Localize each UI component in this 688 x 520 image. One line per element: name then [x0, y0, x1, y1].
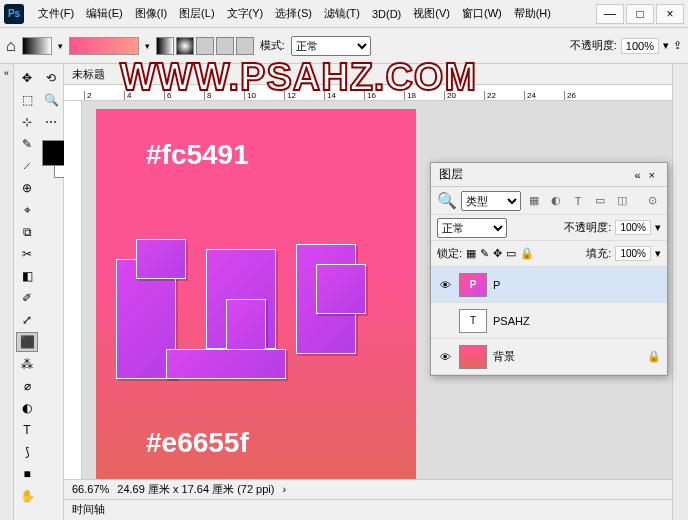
- home-icon[interactable]: ⌂: [6, 37, 16, 55]
- layer-thumbnail[interactable]: T: [459, 309, 487, 333]
- tool-move[interactable]: ✥: [16, 68, 38, 88]
- menu-layer[interactable]: 图层(L): [173, 6, 220, 21]
- radial-gradient-icon[interactable]: [176, 37, 194, 55]
- doc-dimensions: 24.69 厘米 x 17.64 厘米 (72 ppi): [117, 482, 274, 497]
- lock-label: 锁定:: [437, 246, 462, 261]
- linear-gradient-icon[interactable]: [156, 37, 174, 55]
- canvas-artwork: #fc5491 #e6655f: [96, 109, 416, 479]
- close-button[interactable]: ×: [656, 4, 684, 24]
- menu-type[interactable]: 文字(Y): [221, 6, 270, 21]
- layer-thumbnail[interactable]: [459, 345, 487, 369]
- filter-toggle-icon[interactable]: ⊙: [643, 192, 661, 210]
- vertical-ruler: [64, 101, 82, 479]
- menu-3d[interactable]: 3D(D): [366, 8, 407, 20]
- lock-move-icon[interactable]: ✥: [493, 247, 502, 260]
- timeline-tab[interactable]: 时间轴: [64, 499, 672, 520]
- menu-filter[interactable]: 滤镜(T): [318, 6, 366, 21]
- tool-type[interactable]: T: [16, 420, 38, 440]
- visibility-toggle-icon[interactable]: 👁: [437, 351, 453, 363]
- fill-value[interactable]: 100%: [615, 246, 651, 261]
- filter-smart-icon[interactable]: ◫: [613, 192, 631, 210]
- reflected-gradient-icon[interactable]: [216, 37, 234, 55]
- tool-rect[interactable]: ■: [16, 464, 38, 484]
- ps-app-icon: Ps: [4, 4, 24, 24]
- right-collapse-strip[interactable]: [672, 64, 688, 520]
- opacity-label: 不透明度:: [570, 38, 617, 53]
- filter-type-icon[interactable]: T: [569, 192, 587, 210]
- layer-row[interactable]: 👁 背景 🔒: [431, 339, 667, 375]
- layer-row[interactable]: T PSAHZ: [431, 303, 667, 339]
- menu-select[interactable]: 选择(S): [269, 6, 318, 21]
- angle-gradient-icon[interactable]: [196, 37, 214, 55]
- tool-frame[interactable]: ⊕: [16, 178, 38, 198]
- maximize-button[interactable]: □: [626, 4, 654, 24]
- lock-icon: 🔒: [647, 350, 661, 363]
- layer-opacity-label: 不透明度:: [564, 220, 611, 235]
- search-icon[interactable]: 🔍: [437, 191, 457, 210]
- layer-name[interactable]: PSAHZ: [493, 315, 530, 327]
- menu-window[interactable]: 窗口(W): [456, 6, 508, 21]
- tool-hand[interactable]: ✋: [16, 486, 38, 506]
- menu-edit[interactable]: 编辑(E): [80, 6, 129, 21]
- toolbox: ✥ ⬚ ⊹ ✎ ⟋ ⊕ ⌖ ⧉ ✂ ◧ ✐ ⤢ ⬛ ⁂ ⌀ ◐ T ⟆ ■ ✋ …: [14, 64, 64, 520]
- tool-brush[interactable]: ✂: [16, 244, 38, 264]
- gradient-preview[interactable]: [69, 37, 139, 55]
- chevron-down-icon[interactable]: ▾: [663, 39, 669, 52]
- filter-adjust-icon[interactable]: ◐: [547, 192, 565, 210]
- diamond-gradient-icon[interactable]: [236, 37, 254, 55]
- share-icon[interactable]: ⇪: [673, 39, 682, 52]
- tool-eraser[interactable]: ⤢: [16, 310, 38, 330]
- layer-name[interactable]: 背景: [493, 349, 515, 364]
- panel-close-icon[interactable]: ×: [645, 169, 659, 181]
- lock-pixels-icon[interactable]: ▦: [466, 247, 476, 260]
- gradient-type-buttons[interactable]: [156, 37, 254, 55]
- tool-patch[interactable]: ⧉: [16, 222, 38, 242]
- layer-opacity-value[interactable]: 100%: [615, 220, 651, 235]
- gradient-swatch-a[interactable]: [22, 37, 52, 55]
- left-collapse-strip[interactable]: «: [0, 64, 14, 520]
- tool-more[interactable]: ⋯: [40, 112, 62, 132]
- lock-artboard-icon[interactable]: ▭: [506, 247, 516, 260]
- document-tab[interactable]: 未标题: [64, 64, 672, 85]
- opacity-value[interactable]: 100%: [621, 38, 659, 54]
- tool-gradient[interactable]: ⬛: [16, 332, 38, 352]
- layer-blend-select[interactable]: 正常: [437, 218, 507, 238]
- menu-view[interactable]: 视图(V): [407, 6, 456, 21]
- tool-zoom[interactable]: 🔍: [40, 90, 62, 110]
- color-label-top: #fc5491: [146, 139, 249, 171]
- menu-help[interactable]: 帮助(H): [508, 6, 557, 21]
- panel-collapse-icon[interactable]: «: [630, 169, 644, 181]
- filter-pixel-icon[interactable]: ▦: [525, 192, 543, 210]
- layer-name[interactable]: P: [493, 279, 500, 291]
- tool-path[interactable]: ⟆: [16, 442, 38, 462]
- tool-stamp[interactable]: ◧: [16, 266, 38, 286]
- tool-pen[interactable]: ◐: [16, 398, 38, 418]
- 3d-shapes: [116, 239, 396, 399]
- zoom-level[interactable]: 66.67%: [72, 483, 109, 495]
- tool-wand[interactable]: ✎: [16, 134, 38, 154]
- filter-shape-icon[interactable]: ▭: [591, 192, 609, 210]
- layer-row[interactable]: 👁 P P: [431, 267, 667, 303]
- blend-mode-select[interactable]: 正常: [291, 36, 371, 56]
- tool-history[interactable]: ✐: [16, 288, 38, 308]
- menu-file[interactable]: 文件(F): [32, 6, 80, 21]
- tool-marquee[interactable]: ⬚: [16, 90, 38, 110]
- status-chevron-icon[interactable]: ›: [282, 483, 286, 495]
- visibility-toggle-icon[interactable]: 👁: [437, 279, 453, 291]
- layers-panel-title: 图层: [439, 166, 463, 183]
- color-label-bottom: #e6655f: [146, 427, 249, 459]
- tool-crop[interactable]: ⟋: [16, 156, 38, 176]
- layers-panel: 图层 « × 🔍 类型 ▦ ◐ T ▭ ◫ ⊙ 正常 不透明度: 100%▾ 锁…: [430, 162, 668, 376]
- layer-filter-select[interactable]: 类型: [461, 191, 521, 211]
- horizontal-ruler: 2468101214161820222426: [64, 85, 672, 101]
- lock-all-icon[interactable]: 🔒: [520, 247, 534, 260]
- minimize-button[interactable]: —: [596, 4, 624, 24]
- tool-lasso[interactable]: ⊹: [16, 112, 38, 132]
- tool-dodge[interactable]: ⌀: [16, 376, 38, 396]
- lock-position-icon[interactable]: ✎: [480, 247, 489, 260]
- tool-rotate[interactable]: ⟲: [40, 68, 62, 88]
- tool-eyedropper[interactable]: ⌖: [16, 200, 38, 220]
- tool-blur[interactable]: ⁂: [16, 354, 38, 374]
- layer-thumbnail[interactable]: P: [459, 273, 487, 297]
- menu-image[interactable]: 图像(I): [129, 6, 173, 21]
